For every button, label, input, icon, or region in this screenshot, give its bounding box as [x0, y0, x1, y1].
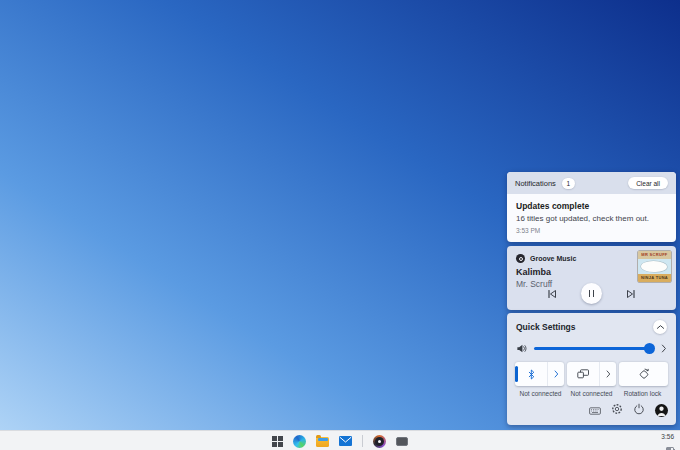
settings-gear-icon: [611, 403, 623, 415]
volume-slider-thumb[interactable]: [644, 343, 655, 354]
start-button[interactable]: [272, 436, 283, 447]
keyboard-icon: [589, 407, 601, 415]
screen: Notifications 1 Clear all Updates comple…: [0, 0, 680, 450]
notifications-header: Notifications 1 Clear all: [507, 172, 676, 194]
taskbar-icons: [272, 431, 408, 450]
bluetooth-expand-button[interactable]: [547, 362, 564, 386]
rotation-lock-tile[interactable]: [619, 362, 668, 386]
album-art-top-text: MR SCRUFF: [638, 251, 671, 259]
quick-settings-card: Quick Settings: [507, 313, 676, 425]
rotation-lock-tile-label: Rotation lock: [617, 390, 668, 397]
next-icon: [626, 289, 636, 299]
bluetooth-tile-label: Not connected: [515, 390, 566, 397]
notification-item[interactable]: Updates complete 16 titles got updated, …: [507, 194, 676, 234]
edge-icon[interactable]: [293, 435, 306, 448]
volume-slider-track: [534, 347, 654, 350]
quick-settings-title: Quick Settings: [516, 322, 576, 332]
volume-slider[interactable]: [534, 343, 654, 354]
previous-icon: [547, 289, 557, 299]
mail-icon[interactable]: [339, 432, 352, 450]
bluetooth-icon: [527, 369, 536, 380]
settings-button[interactable]: [611, 401, 623, 419]
groove-music-taskbar-icon[interactable]: [373, 435, 386, 448]
power-icon: [633, 403, 645, 415]
album-art-image: [638, 259, 671, 274]
previous-track-button[interactable]: [547, 285, 557, 303]
taskbar: 3:56: [0, 430, 680, 450]
cast-icon: [577, 369, 589, 379]
notifications-title: Notifications: [515, 179, 556, 188]
user-avatar[interactable]: [655, 404, 668, 417]
volume-expand-button[interactable]: [661, 344, 667, 353]
media-controls: [507, 283, 676, 304]
pause-button[interactable]: [581, 283, 602, 304]
clear-all-button[interactable]: Clear all: [628, 177, 668, 189]
battery-icon[interactable]: [666, 447, 674, 450]
taskbar-separator: [362, 435, 363, 447]
album-art: MR SCRUFF NINJA TUNA: [638, 251, 671, 282]
notification-title: Updates complete: [516, 201, 667, 211]
user-icon: [655, 404, 668, 417]
quick-settings-tiles: [507, 362, 676, 386]
power-button[interactable]: [633, 401, 645, 419]
clock[interactable]: 3:56: [661, 432, 674, 441]
chevron-right-icon: [554, 370, 559, 378]
quick-settings-header: Quick Settings: [507, 313, 676, 334]
app-window-icon[interactable]: [396, 437, 408, 446]
cast-expand-button[interactable]: [599, 362, 616, 386]
cast-tile[interactable]: [567, 362, 616, 386]
notification-time: 3:53 PM: [516, 227, 667, 234]
speaker-icon: [516, 343, 527, 354]
notification-message: 16 titles got updated, check them out.: [516, 214, 667, 223]
file-explorer-icon[interactable]: [316, 437, 329, 447]
media-app-name: Groove Music: [530, 255, 576, 262]
tile-labels: Not connected Not connected Rotation loc…: [507, 390, 676, 397]
chevron-right-icon: [606, 370, 611, 378]
keyboard-button[interactable]: [589, 401, 601, 419]
bluetooth-tile[interactable]: [515, 362, 564, 386]
volume-row: [507, 343, 676, 354]
cast-tile-label: Not connected: [566, 390, 617, 397]
notifications-count-badge: 1: [562, 178, 575, 189]
collapse-button[interactable]: [653, 320, 667, 334]
rotation-lock-icon: [638, 368, 650, 380]
notifications-card: Notifications 1 Clear all Updates comple…: [507, 172, 676, 242]
album-art-bottom-text: NINJA TUNA: [638, 274, 671, 282]
media-player-card: Groove Music Kalimba Mr. Scruff MR SCRUF…: [507, 246, 676, 310]
system-tray[interactable]: 3:56: [661, 432, 674, 450]
chevron-up-icon: [656, 324, 665, 330]
next-track-button[interactable]: [626, 285, 636, 303]
quick-settings-footer: [589, 401, 668, 419]
chevron-right-icon: [661, 344, 667, 353]
groove-music-icon: [516, 254, 525, 263]
